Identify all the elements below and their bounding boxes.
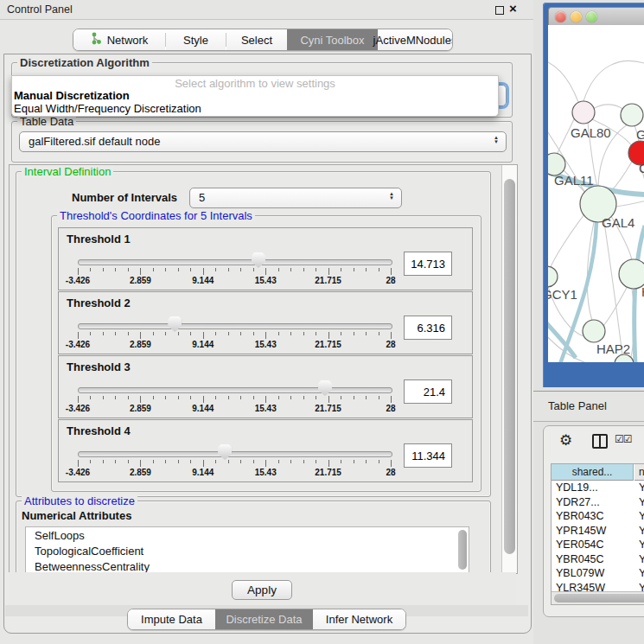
- network-node[interactable]: [572, 101, 595, 124]
- cell-shared-name: YDR27...: [556, 496, 600, 508]
- tab-cyni-toolbox[interactable]: Cyni Toolbox: [287, 29, 378, 50]
- threshold-2-panel: Threshold 2-3.4262.8599.14415.4321.71528…: [58, 291, 473, 354]
- slider-track[interactable]: [78, 323, 392, 329]
- numerical-attributes-list[interactable]: SelfLoopsTopologicalCoefficientBetweenne…: [25, 526, 469, 574]
- table-row[interactable]: YBR045CYBR0: [552, 553, 644, 568]
- cell-name: YBR0: [639, 553, 644, 565]
- table-panel-title: Table Panel: [548, 399, 607, 412]
- cell-name: YBR0: [639, 510, 644, 522]
- node-table[interactable]: shared... na YDL19...YDL1YDR27...YDR2YBR…: [551, 463, 644, 605]
- combo-stepper-icon: ▲▼: [389, 192, 394, 201]
- dropdown-option-manual[interactable]: Manual Discretization: [14, 89, 130, 102]
- tab-select[interactable]: Select: [226, 29, 287, 50]
- network-node[interactable]: [548, 266, 558, 287]
- slider-thumb[interactable]: [318, 380, 332, 396]
- table-hscrollbar[interactable]: [552, 591, 644, 604]
- numerical-attributes-label: Numerical Attributes: [22, 509, 131, 522]
- threshold-value-field[interactable]: 11.344: [404, 443, 452, 468]
- cell-name: YER0: [639, 539, 644, 551]
- network-canvas[interactable]: GAL80GACGAL11GAL4GCY1HHAP2: [548, 25, 644, 362]
- tab-jactivemnodules[interactable]: jActiveMNodules: [378, 29, 452, 50]
- attribute-list-item[interactable]: SelfLoops: [26, 527, 469, 543]
- table-panel-titlebar: Table Panel: [533, 391, 644, 422]
- tab-style[interactable]: Style: [166, 29, 226, 50]
- table-row[interactable]: YER054CYER0: [552, 539, 644, 553]
- apply-button[interactable]: Apply: [232, 580, 292, 600]
- tab-network[interactable]: Network: [73, 29, 165, 50]
- settings-scrollbar-thumb[interactable]: [504, 179, 515, 554]
- close-icon[interactable]: ×: [509, 1, 517, 16]
- settings-scrollbar-track[interactable]: [501, 165, 517, 573]
- cell-shared-name: YDL19...: [556, 481, 598, 494]
- network-node-label: GAL11: [554, 173, 594, 188]
- slider-ticks: [78, 460, 392, 468]
- table-row[interactable]: YBR043CYBR0: [552, 510, 644, 525]
- slider-ticks: [78, 396, 392, 404]
- select-columns-checkboxes-icon[interactable]: ☑☑: [615, 433, 632, 445]
- table-row[interactable]: YDR27...YDR2: [552, 496, 644, 511]
- float-icon[interactable]: [495, 6, 504, 15]
- network-node-label: GAL80: [571, 125, 611, 140]
- network-node-label: C: [639, 161, 644, 175]
- slider-thumb[interactable]: [168, 316, 182, 332]
- close-traffic-light-icon[interactable]: [555, 11, 566, 22]
- split-columns-icon[interactable]: [592, 434, 608, 449]
- slider-track[interactable]: [78, 387, 392, 393]
- network-window: GAL80GACGAL11GAL4GCY1HHAP2: [543, 3, 644, 387]
- table-data-combobox-value: galFiltered.sif default node: [29, 135, 160, 148]
- slider-thumb[interactable]: [252, 252, 265, 268]
- number-of-intervals-value: 5: [199, 191, 205, 204]
- threshold-label: Threshold 4: [67, 424, 131, 437]
- network-node[interactable]: [621, 104, 643, 126]
- control-panel-tabs: Network Style Select Cyni Toolbox jActiv…: [73, 29, 453, 51]
- cell-shared-name: YPR145W: [556, 525, 606, 537]
- network-node[interactable]: [619, 259, 644, 289]
- list-scrollbar[interactable]: [458, 530, 467, 570]
- slider-track[interactable]: [78, 451, 392, 457]
- tab-impute-data[interactable]: Impute Data: [128, 609, 215, 629]
- cell-name: YPR1: [639, 525, 644, 537]
- column-header-name[interactable]: na: [634, 464, 644, 481]
- table-data-group-title: Table Data: [17, 115, 76, 128]
- dropdown-option-equal-width[interactable]: Equal Width/Frequency Discretization: [14, 102, 201, 115]
- zoom-traffic-light-icon[interactable]: [586, 11, 597, 22]
- tab-infer-network[interactable]: Infer Network: [313, 609, 405, 629]
- slider-tick-labels: -3.4262.8599.14415.4321.71528: [59, 276, 472, 286]
- table-data-combobox[interactable]: galFiltered.sif default node ▲▼: [19, 131, 507, 152]
- cell-shared-name: YBL079W: [556, 567, 604, 579]
- attributes-group-title: Attributes to discretize: [22, 494, 137, 507]
- gear-icon[interactable]: ⚙: [559, 431, 572, 450]
- table-row[interactable]: YPR145WYPR1: [552, 525, 644, 539]
- number-of-intervals-label: Number of Intervals: [72, 191, 177, 204]
- cell-name: YDR2: [639, 496, 644, 508]
- network-node-label: GCY1: [548, 287, 577, 302]
- dropdown-prompt: Select algorithm to view settings: [12, 77, 498, 90]
- attribute-list-item[interactable]: TopologicalCoefficient: [26, 543, 469, 558]
- slider-thumb[interactable]: [218, 444, 232, 460]
- network-node-label: GA: [636, 127, 644, 142]
- table-row[interactable]: YDL19...YDL1: [552, 481, 644, 496]
- slider-track[interactable]: [78, 259, 392, 265]
- thresholds-group-title: Threshold's Coordinates for 5 Intervals: [57, 209, 255, 222]
- number-of-intervals-combobox[interactable]: 5 ▲▼: [189, 188, 402, 208]
- bottom-tabs: Impute Data Discretize Data Infer Networ…: [127, 609, 406, 630]
- network-node[interactable]: [583, 320, 605, 342]
- table-row[interactable]: YBL079WYBL0: [552, 567, 644, 582]
- settings-scrollpane: Interval Definition Number of Intervals …: [9, 164, 518, 574]
- table-hscrollbar-thumb[interactable]: [554, 594, 644, 603]
- minimize-traffic-light-icon[interactable]: [571, 11, 582, 22]
- slider-tick-labels: -3.4262.8599.14415.4321.71528: [59, 340, 472, 350]
- column-header-shared-name[interactable]: shared...: [552, 464, 634, 481]
- slider-tick-labels: -3.4262.8599.14415.4321.71528: [59, 404, 472, 414]
- threshold-3-panel: Threshold 3-3.4262.8599.14415.4321.71528…: [58, 355, 473, 418]
- cell-name: YBL0: [639, 567, 644, 579]
- threshold-value-field[interactable]: 6.316: [404, 316, 452, 340]
- network-window-titlebar[interactable]: [548, 7, 644, 27]
- table-panel: ⚙ ☑☑ shared... na YDL19...YDL1YDR27...YD…: [543, 425, 644, 617]
- threshold-value-field[interactable]: 14.713: [404, 252, 452, 276]
- threshold-value-field[interactable]: 21.4: [404, 379, 452, 404]
- threshold-label: Threshold 3: [67, 360, 131, 373]
- cell-shared-name: YER054C: [556, 539, 604, 551]
- tab-discretize-data[interactable]: Discretize Data: [215, 609, 313, 629]
- interval-definition-group-title: Interval Definition: [22, 165, 113, 178]
